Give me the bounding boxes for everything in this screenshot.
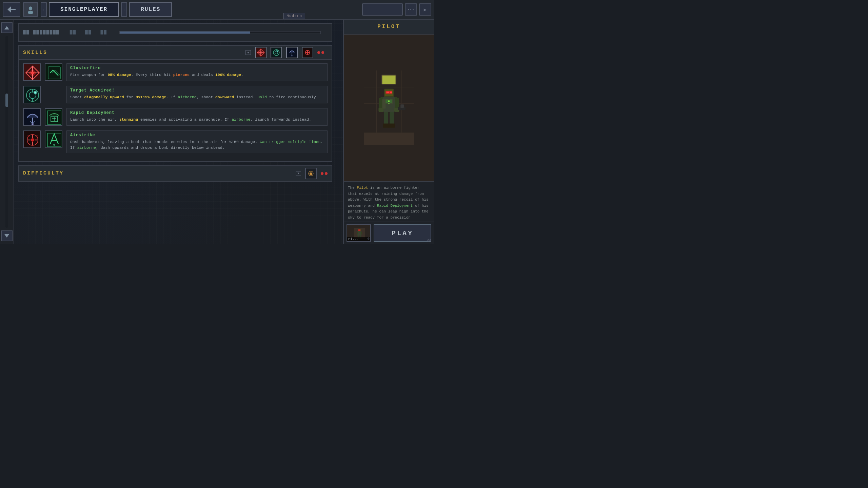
avatar [23, 2, 38, 17]
svg-rect-102 [358, 229, 360, 231]
pilot-header: PILOT [344, 20, 434, 35]
svg-rect-74 [382, 76, 395, 84]
skills-panel: SKILLS ▼ [18, 45, 332, 162]
svg-rect-94 [383, 123, 389, 127]
skill-desc-target: Target Acquired! Shoot diagonally upward… [66, 86, 328, 103]
main-content: ██ ████████ ██ ██ ██ SKILLS ▼ [14, 20, 336, 244]
skill-icon-clusterfire-upgrade[interactable] [45, 63, 62, 81]
tab-rules[interactable]: RULES [129, 2, 172, 17]
pilot-thumbnail[interactable]: Pi... ⚙ [347, 224, 371, 242]
skill-icon-airstrike-upgrade[interactable] [45, 130, 62, 148]
svg-point-18 [291, 55, 293, 57]
difficulty-title: DIFFICULTY [23, 170, 292, 176]
svg-rect-85 [390, 100, 392, 103]
svg-rect-84 [386, 100, 388, 103]
panel-dots [317, 52, 328, 54]
dot-2 [321, 51, 324, 54]
skill-desc-clusterfire: Clusterfire Fire weapon for 95% damage. … [66, 63, 328, 81]
svg-point-40 [35, 92, 36, 94]
skill-icon-deployment-upgrade[interactable] [45, 108, 62, 126]
skill-icon-clusterfire-main[interactable] [23, 63, 41, 81]
top-right-controls: ••• ▶ [362, 0, 434, 19]
modern-badge: Modern [283, 13, 305, 19]
left-scrollbar [0, 20, 14, 244]
ctrl-dots[interactable]: ••• [405, 3, 417, 16]
stats-placeholder: ██ ████████ ██ ██ ██ [23, 30, 107, 35]
skill-row-deployment: Rapid Deployment Launch into the air, st… [23, 108, 328, 126]
skill-icon-target-main[interactable] [23, 86, 41, 103]
svg-rect-95 [389, 123, 395, 127]
svg-point-25 [307, 52, 308, 53]
ctrl-blank[interactable] [362, 3, 403, 16]
skill-text-deployment: Launch into the air, stunning enemies an… [70, 117, 324, 122]
skill-text-airstrike: Dash backwards, leaving a bomb that knoc… [70, 139, 324, 151]
scroll-track[interactable] [5, 36, 8, 228]
play-button[interactable]: PLAY [374, 224, 431, 242]
scroll-down-button[interactable] [1, 230, 13, 241]
skills-expand[interactable]: ▼ [245, 50, 251, 55]
skill-icon-deployment-main[interactable] [23, 108, 41, 126]
svg-point-57 [31, 138, 34, 142]
difficulty-panel: DIFFICULTY ▼ [18, 165, 332, 182]
svg-point-2 [29, 6, 33, 10]
svg-marker-5 [4, 234, 9, 238]
svg-point-58 [27, 135, 29, 137]
difficulty-dots [321, 172, 328, 175]
svg-rect-11 [272, 48, 281, 57]
skill-row-target: Target Acquired! Shoot diagonally upward… [23, 86, 328, 103]
right-panel: PILOT [343, 20, 434, 244]
skill-row-airstrike: Airstrike Dash backwards, leaving a bomb… [23, 130, 328, 153]
skills-title: SKILLS [23, 50, 241, 56]
pilot-desc: The Pilot is an airborne fighter that ex… [344, 182, 434, 222]
svg-point-3 [28, 11, 33, 15]
skill-text-target: Shoot diagonally upward for 3x115% damag… [70, 94, 324, 100]
svg-point-31 [31, 72, 34, 74]
separator-left: ⋮ [41, 2, 47, 17]
svg-rect-96 [382, 99, 386, 108]
scroll-up-button[interactable] [1, 22, 13, 33]
svg-rect-68 [364, 133, 414, 145]
svg-rect-92 [384, 112, 388, 124]
pilot-footer: Pi... ⚙ PLAY 60 [344, 222, 434, 244]
difficulty-icon[interactable] [305, 168, 317, 179]
pilot-title: PILOT [377, 24, 400, 30]
difficulty-expand[interactable]: ▼ [296, 171, 301, 176]
skill-desc-airstrike: Airstrike Dash backwards, leaving a bomb… [66, 130, 328, 153]
skill-name-deployment: Rapid Deployment [70, 110, 324, 115]
skill-icon-airstrike-main[interactable] [23, 130, 41, 148]
skill-name-clusterfire: Clusterfire [70, 66, 324, 70]
svg-point-15 [277, 50, 278, 52]
skills-body: Clusterfire Fire weapon for 95% damage. … [19, 60, 332, 161]
pilot-sprite-area [344, 35, 434, 182]
dot-1 [317, 51, 320, 54]
progress-bar [119, 31, 321, 34]
skill-tab-clusterfire[interactable] [255, 47, 267, 58]
skill-row-clusterfire: Clusterfire Fire weapon for 95% damage. … [23, 63, 328, 81]
svg-rect-46 [45, 109, 62, 126]
skill-tab-target[interactable] [271, 47, 282, 58]
skill-name-target: Target Acquired! [70, 88, 324, 93]
svg-point-97 [388, 100, 390, 102]
skill-text-clusterfire: Fire weapon for 95% damage. Every third … [70, 72, 324, 78]
skill-tab-deployment[interactable] [286, 47, 298, 58]
separator-mid: ⋮ [121, 2, 127, 17]
svg-rect-79 [390, 92, 392, 93]
skill-name-airstrike: Airstrike [70, 133, 324, 138]
svg-marker-4 [4, 26, 9, 29]
svg-point-59 [36, 135, 38, 137]
svg-rect-78 [387, 92, 389, 93]
svg-rect-91 [400, 104, 404, 108]
gear-icon[interactable]: ⚙ [368, 237, 370, 241]
tab-singleplayer[interactable]: SINGLEPLAYER [49, 2, 119, 17]
skills-panel-header: SKILLS ▼ [19, 46, 332, 60]
stats-bar: ██ ████████ ██ ██ ██ [18, 23, 332, 42]
svg-point-98 [388, 103, 390, 104]
back-button[interactable] [3, 2, 20, 17]
ctrl-arrow[interactable]: ▶ [419, 3, 431, 16]
top-bar: ⋮ SINGLEPLAYER ⋮ RULES ••• ▶ Modern [0, 0, 434, 20]
svg-rect-93 [390, 112, 394, 124]
scroll-thumb [5, 94, 8, 107]
svg-point-63 [53, 144, 55, 146]
skill-desc-deployment: Rapid Deployment Launch into the air, st… [66, 108, 328, 126]
skill-tab-airstrike[interactable] [302, 47, 313, 58]
